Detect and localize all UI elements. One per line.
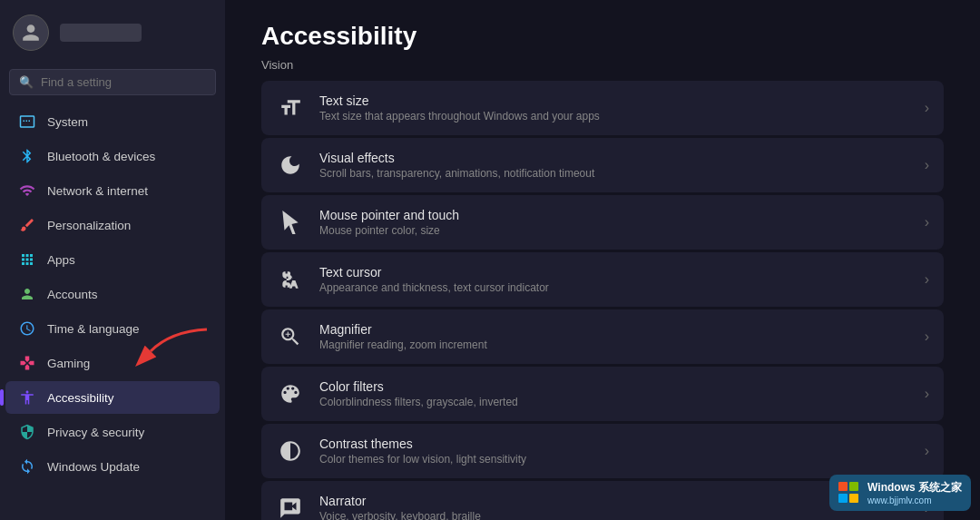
time-icon bbox=[18, 319, 36, 338]
setting-item-magnifier[interactable]: Magnifier Magnifier reading, zoom increm… bbox=[261, 309, 944, 364]
sidebar-item-label-gaming: Gaming bbox=[47, 357, 90, 370]
gaming-icon bbox=[18, 354, 36, 372]
chevron-icon-visual-effects: › bbox=[925, 157, 929, 173]
text-size-icon bbox=[276, 93, 305, 123]
sidebar-item-personalization[interactable]: Personalization bbox=[5, 209, 220, 241]
chevron-icon-text-size: › bbox=[925, 100, 929, 116]
user-icon bbox=[21, 23, 41, 43]
sidebar-item-accessibility[interactable]: Accessibility bbox=[5, 381, 220, 414]
active-indicator bbox=[0, 389, 4, 406]
main-content: Accessibility Vision Text size Text size… bbox=[225, 0, 980, 520]
bluetooth-icon bbox=[18, 147, 36, 165]
setting-text-text-size: Text size Text size that appears through… bbox=[319, 93, 910, 123]
chevron-icon-mouse-pointer: › bbox=[925, 214, 929, 231]
setting-name-mouse-pointer: Mouse pointer and touch bbox=[319, 208, 910, 222]
sidebar-item-system[interactable]: System bbox=[5, 105, 220, 138]
setting-item-visual-effects[interactable]: Visual effects Scroll bars, transparency… bbox=[261, 138, 944, 192]
sidebar-item-label-privacy: Privacy & security bbox=[47, 426, 144, 439]
chevron-icon-color-filters: › bbox=[925, 386, 929, 402]
contrast-themes-icon bbox=[276, 437, 305, 466]
watermark: Windows 系统之家 www.bjjmlv.com bbox=[829, 475, 971, 511]
sidebar-item-label-apps: Apps bbox=[47, 253, 75, 267]
setting-name-text-cursor: Text cursor bbox=[319, 265, 910, 280]
setting-item-color-filters[interactable]: Color filters Colorblindness filters, gr… bbox=[261, 367, 944, 421]
chevron-icon-text-cursor: › bbox=[925, 271, 929, 288]
sidebar-item-label-personalization: Personalization bbox=[47, 219, 131, 232]
user-section bbox=[0, 0, 225, 65]
sidebar-item-accounts[interactable]: Accounts bbox=[5, 278, 220, 310]
nav-items: System Bluetooth & devices Network & int… bbox=[0, 104, 225, 511]
avatar bbox=[13, 15, 49, 51]
setting-desc-visual-effects: Scroll bars, transparency, animations, n… bbox=[319, 167, 910, 180]
color-filters-icon bbox=[276, 379, 305, 408]
section-vision: Vision bbox=[261, 58, 944, 72]
accounts-icon bbox=[18, 285, 36, 303]
sidebar: 🔍 System Bluetooth & devices Network & i… bbox=[0, 0, 225, 520]
sidebar-item-label-network: Network & internet bbox=[47, 184, 148, 198]
accessibility-icon bbox=[18, 388, 36, 407]
setting-text-color-filters: Color filters Colorblindness filters, gr… bbox=[319, 379, 910, 408]
sidebar-item-network[interactable]: Network & internet bbox=[5, 174, 220, 207]
watermark-brand: Windows 系统之家 bbox=[867, 480, 962, 495]
sidebar-item-apps[interactable]: Apps bbox=[5, 243, 220, 276]
search-box[interactable]: 🔍 bbox=[9, 69, 216, 95]
narrator-icon bbox=[276, 494, 305, 520]
system-icon bbox=[18, 113, 36, 131]
setting-text-narrator: Narrator Voice, verbosity, keyboard, bra… bbox=[319, 494, 910, 520]
setting-item-contrast-themes[interactable]: Contrast themes Color themes for low vis… bbox=[261, 424, 944, 478]
setting-name-contrast-themes: Contrast themes bbox=[319, 437, 910, 451]
sidebar-item-update[interactable]: Windows Update bbox=[5, 450, 220, 483]
sidebar-item-label-update: Windows Update bbox=[47, 460, 140, 474]
sidebar-item-label-bluetooth: Bluetooth & devices bbox=[47, 150, 155, 163]
sidebar-item-privacy[interactable]: Privacy & security bbox=[5, 416, 220, 448]
sidebar-item-gaming[interactable]: Gaming bbox=[5, 347, 220, 379]
privacy-icon bbox=[18, 423, 36, 441]
text-cursor-icon bbox=[276, 265, 305, 294]
sidebar-item-time[interactable]: Time & language bbox=[5, 312, 220, 345]
windows-logo-icon bbox=[838, 482, 860, 504]
page-title: Accessibility bbox=[261, 22, 944, 51]
setting-desc-text-size: Text size that appears throughout Window… bbox=[319, 110, 910, 123]
setting-item-text-cursor[interactable]: Text cursor Appearance and thickness, te… bbox=[261, 252, 944, 307]
setting-text-contrast-themes: Contrast themes Color themes for low vis… bbox=[319, 437, 910, 466]
setting-desc-magnifier: Magnifier reading, zoom increment bbox=[319, 338, 910, 351]
setting-name-visual-effects: Visual effects bbox=[319, 151, 910, 165]
mouse-pointer-icon bbox=[276, 208, 305, 237]
network-icon bbox=[18, 182, 36, 200]
setting-name-magnifier: Magnifier bbox=[319, 322, 910, 337]
setting-text-visual-effects: Visual effects Scroll bars, transparency… bbox=[319, 151, 910, 180]
setting-desc-narrator: Voice, verbosity, keyboard, braille bbox=[319, 510, 910, 520]
setting-desc-color-filters: Colorblindness filters, grayscale, inver… bbox=[319, 396, 910, 408]
setting-name-color-filters: Color filters bbox=[319, 379, 910, 394]
update-icon bbox=[18, 457, 36, 476]
settings-list: Text size Text size that appears through… bbox=[261, 81, 944, 520]
chevron-icon-contrast-themes: › bbox=[925, 443, 929, 459]
sidebar-item-label-time: Time & language bbox=[47, 322, 140, 336]
sidebar-item-label-accounts: Accounts bbox=[47, 288, 98, 301]
chevron-icon-magnifier: › bbox=[925, 329, 929, 345]
personalization-icon bbox=[18, 216, 36, 234]
sidebar-item-bluetooth[interactable]: Bluetooth & devices bbox=[5, 140, 220, 172]
username-area bbox=[60, 24, 142, 42]
setting-text-magnifier: Magnifier Magnifier reading, zoom increm… bbox=[319, 322, 910, 351]
search-icon: 🔍 bbox=[19, 75, 34, 89]
magnifier-icon bbox=[276, 322, 305, 351]
apps-icon bbox=[18, 250, 36, 269]
search-input[interactable] bbox=[41, 75, 206, 89]
sidebar-item-label-accessibility: Accessibility bbox=[47, 391, 114, 405]
sidebar-item-label-system: System bbox=[47, 115, 88, 129]
setting-text-mouse-pointer: Mouse pointer and touch Mouse pointer co… bbox=[319, 208, 910, 237]
setting-desc-contrast-themes: Color themes for low vision, light sensi… bbox=[319, 453, 910, 466]
setting-name-text-size: Text size bbox=[319, 93, 910, 108]
setting-name-narrator: Narrator bbox=[319, 494, 910, 508]
setting-desc-text-cursor: Appearance and thickness, text cursor in… bbox=[319, 281, 910, 294]
visual-effects-icon bbox=[276, 151, 305, 180]
watermark-url: www.bjjmlv.com bbox=[867, 495, 962, 505]
setting-item-mouse-pointer[interactable]: Mouse pointer and touch Mouse pointer co… bbox=[261, 195, 944, 250]
setting-desc-mouse-pointer: Mouse pointer color, size bbox=[319, 224, 910, 237]
setting-text-text-cursor: Text cursor Appearance and thickness, te… bbox=[319, 265, 910, 294]
setting-item-text-size[interactable]: Text size Text size that appears through… bbox=[261, 81, 944, 135]
